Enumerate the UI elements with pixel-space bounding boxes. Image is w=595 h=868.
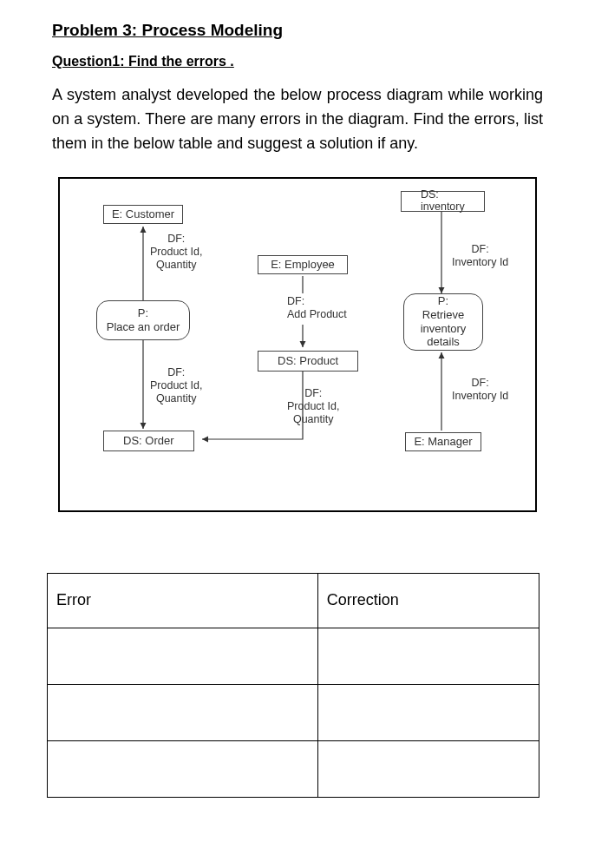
table-row bbox=[48, 740, 539, 797]
problem-statement: A system analyst developed the below pro… bbox=[52, 83, 543, 156]
datastore-order: DS: Order bbox=[103, 431, 194, 451]
dataflow-product-id-qty-2: DF: Product Id, Quantity bbox=[150, 366, 202, 405]
process-retrieve-inventory: P: Retrieve inventory details bbox=[403, 293, 483, 351]
process-diagram: E: Customer DS: inventory DF: Product Id… bbox=[58, 177, 537, 512]
process-place-order: P: Place an order bbox=[96, 300, 190, 340]
answer-table: Error Correction bbox=[47, 573, 539, 798]
problem-title: Problem 3: Process Modeling bbox=[52, 21, 543, 40]
entity-customer: E: Customer bbox=[103, 205, 183, 224]
entity-employee: E: Employee bbox=[258, 255, 348, 274]
table-header-error: Error bbox=[48, 573, 318, 628]
document-page: Problem 3: Process Modeling Question1: F… bbox=[0, 0, 595, 824]
datastore-product: DS: Product bbox=[258, 351, 358, 372]
dataflow-product-id-qty-3: DF: Product Id, Quantity bbox=[287, 387, 339, 426]
table-row bbox=[48, 684, 539, 740]
table-header-correction: Correction bbox=[317, 573, 539, 628]
dataflow-product-id-qty-1: DF: Product Id, Quantity bbox=[150, 233, 202, 272]
entity-manager: E: Manager bbox=[405, 432, 481, 451]
table-row bbox=[48, 628, 539, 684]
dataflow-inventory-id-2: DF: Inventory Id bbox=[452, 377, 508, 403]
dataflow-add-product: DF: Add Product bbox=[287, 295, 347, 321]
question-subtitle: Question1: Find the errors . bbox=[52, 54, 543, 69]
datastore-inventory: DS: inventory bbox=[401, 191, 485, 212]
dataflow-inventory-id-1: DF: Inventory Id bbox=[452, 243, 508, 269]
